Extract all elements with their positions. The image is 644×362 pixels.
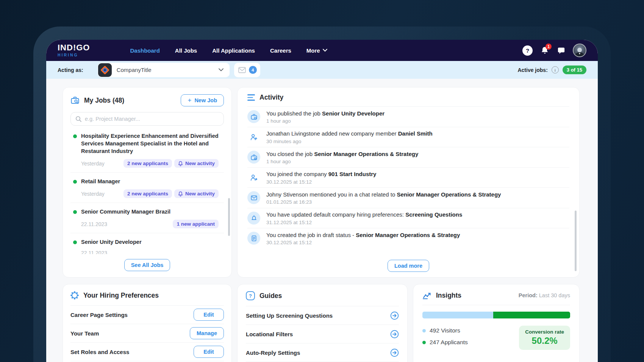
new-job-label: New Job xyxy=(194,97,217,103)
insights-legend: 492 Visitors 247 Applicants xyxy=(422,326,468,350)
job-search-input[interactable] xyxy=(85,116,219,122)
activity-highlight: Senior Unity Developer xyxy=(322,110,385,117)
edit-career-page-button[interactable]: Edit xyxy=(194,309,224,321)
notifications-button[interactable]: 1 xyxy=(540,45,550,55)
top-navbar: IND!GO HIRING Dashboard All Jobs All App… xyxy=(46,40,598,61)
acting-as-label: Acting as: xyxy=(58,67,83,73)
guide-row[interactable]: Locational Filters xyxy=(246,325,399,343)
activity-highlight: Daniel Smith xyxy=(398,130,433,137)
activity-highlight: Senior Manager Operations & Strategy xyxy=(314,151,418,157)
manage-team-button[interactable]: Manage xyxy=(190,327,224,339)
arrow-circle-icon xyxy=(390,348,399,357)
new-activity-label: New activity xyxy=(185,191,215,197)
arrow-circle-icon xyxy=(390,330,399,339)
guides-card: ? Guides Setting Up Screening Questions … xyxy=(237,284,408,362)
preference-row: Career Page Settings Edit xyxy=(70,306,224,324)
activity-time: 30.12.2025 at 15:12 xyxy=(266,240,460,245)
job-list: Hospitality Experience Enhancement and D… xyxy=(70,127,224,254)
insights-bar-visitors xyxy=(422,312,493,318)
user-avatar[interactable] xyxy=(573,44,586,57)
company-messages-button[interactable]: 4 xyxy=(234,63,260,77)
briefcase-close-icon xyxy=(247,151,260,164)
applicants-dot-icon xyxy=(422,341,426,344)
guide-label: Setting Up Screening Questions xyxy=(246,312,333,319)
document-icon xyxy=(247,232,260,245)
nav-actions: ? 1 xyxy=(522,44,586,57)
period-label: Period: xyxy=(519,292,538,298)
new-job-button[interactable]: + New Job xyxy=(181,94,224,106)
activity-text: You have updated default company hiring … xyxy=(266,211,405,218)
job-list-item[interactable]: Senior Community Manager Brazil 22.11.20… xyxy=(70,203,224,233)
info-icon[interactable]: i xyxy=(552,66,559,73)
envelope-mention-icon xyxy=(247,191,260,204)
edit-roles-button[interactable]: Edit xyxy=(194,346,224,358)
nav-item-careers[interactable]: Careers xyxy=(270,47,291,54)
job-search-box xyxy=(70,112,224,126)
guide-row[interactable]: Auto-Reply Settings xyxy=(246,343,399,362)
conversion-rate-label: Conversion rate xyxy=(525,329,564,335)
new-activity-badge[interactable]: New activity xyxy=(174,189,219,198)
person-silhouette-icon xyxy=(574,47,585,56)
activity-time: 01.01.2025 at 16:23 xyxy=(266,199,501,205)
preference-label: Career Page Settings xyxy=(70,312,128,318)
new-applicants-badge[interactable]: 2 new applicants xyxy=(123,159,172,168)
activity-row: Johny Stivenson mentioned you in a chat … xyxy=(247,188,569,208)
chat-icon[interactable] xyxy=(557,46,566,55)
activity-time: 31.12.2025 at 15:12 xyxy=(266,220,462,225)
nav-links: Dashboard All Jobs All Applications Care… xyxy=(130,47,327,54)
activity-row: Jonathan Livingstone added new company m… xyxy=(247,127,569,148)
insights-title: Insights xyxy=(436,292,461,300)
line-chart-icon xyxy=(422,291,431,300)
job-title: Senior Unity Developer xyxy=(81,238,219,246)
activity-row: You published the job Senior Unity Devel… xyxy=(247,107,569,127)
conversion-rate-box: Conversion rate 50.2% xyxy=(519,326,570,350)
activity-card: Activity You published the job Senior Un… xyxy=(237,87,580,278)
job-status-dot xyxy=(73,210,77,214)
activity-row: You created the job in draft status - Se… xyxy=(247,228,569,248)
activity-scrollbar[interactable] xyxy=(575,211,577,271)
activity-text: Jonathan Livingstone added new company m… xyxy=(266,130,398,137)
active-jobs-label: Active jobs: xyxy=(517,67,547,73)
briefcase-publish-icon xyxy=(247,110,260,123)
help-icon[interactable]: ? xyxy=(522,45,533,56)
notifications-count-badge: 1 xyxy=(546,44,552,50)
brand-tagline: HIRING xyxy=(58,53,90,57)
nav-item-all-applications[interactable]: All Applications xyxy=(212,47,255,54)
job-date: 22.11.2023 xyxy=(81,221,107,227)
bell-icon xyxy=(178,191,183,197)
job-list-item[interactable]: Hospitality Experience Enhancement and D… xyxy=(70,127,224,173)
activity-row: You closed the job Senior Manager Operat… xyxy=(247,147,569,168)
chevron-down-icon xyxy=(323,49,327,52)
guide-row[interactable]: Setting Up Screening Questions xyxy=(246,306,399,325)
insights-card: Insights Period: Last 30 days 492 Visito… xyxy=(413,284,580,362)
nav-item-more[interactable]: More xyxy=(306,47,327,54)
activity-time: 1 hour ago xyxy=(266,159,418,164)
insights-period: Period: Last 30 days xyxy=(519,292,570,298)
activity-list: You published the job Senior Unity Devel… xyxy=(247,107,569,255)
see-all-jobs-button[interactable]: See All Jobs xyxy=(124,259,170,271)
activity-text: You created the job in draft status - xyxy=(266,232,356,238)
new-applicants-badge[interactable]: 2 new applicants xyxy=(123,189,172,198)
nav-item-dashboard[interactable]: Dashboard xyxy=(130,47,159,54)
announcement-icon xyxy=(247,212,260,225)
job-list-item[interactable]: Retail Manager Yesterday 2 new applicant… xyxy=(70,173,224,203)
legend-visitors: 492 Visitors xyxy=(422,327,468,334)
activity-highlight: Senior Manager Operations & Strategy xyxy=(356,232,460,238)
jobs-scrollbar[interactable] xyxy=(228,198,230,236)
job-status-dot xyxy=(73,180,77,184)
load-more-button[interactable]: Load more xyxy=(388,260,429,272)
bell-icon xyxy=(178,161,183,166)
job-list-item[interactable]: Senior Unity Developer 22.11.2023 xyxy=(70,233,224,254)
nav-item-all-jobs[interactable]: All Jobs xyxy=(175,47,197,54)
hiring-preferences-card: Your Hiring Preferences Career Page Sett… xyxy=(63,284,232,362)
job-date: 22.11.2023 xyxy=(81,250,107,254)
activity-row: You have updated default company hiring … xyxy=(247,208,569,229)
brand-logo[interactable]: IND!GO HIRING xyxy=(58,44,90,57)
nav-more-label: More xyxy=(306,47,320,54)
new-activity-badge[interactable]: New activity xyxy=(174,159,219,168)
guides-title: Guides xyxy=(259,292,282,300)
company-selector[interactable]: CompanyTitle xyxy=(98,63,230,77)
active-jobs-badge: 3 of 15 xyxy=(563,66,586,74)
new-applicants-badge[interactable]: 1 new applicant xyxy=(173,220,219,228)
insights-bar-applicants xyxy=(493,312,570,318)
